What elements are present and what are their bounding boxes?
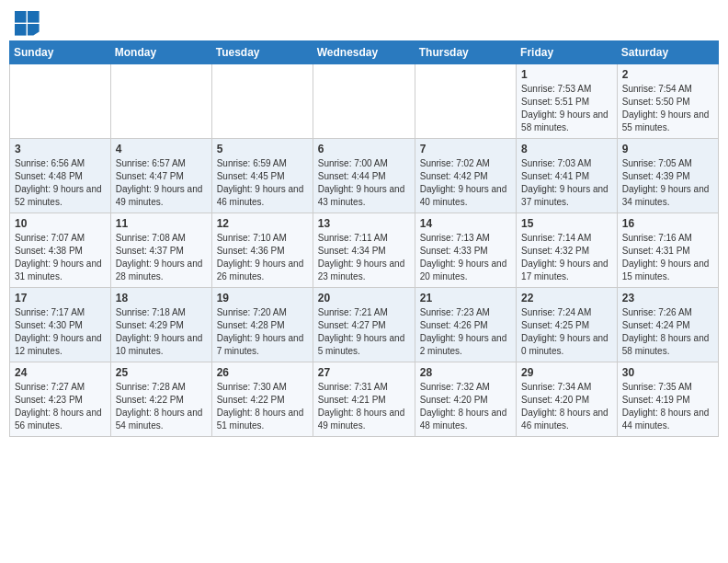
day-cell: 26Sunrise: 7:30 AM Sunset: 4:22 PM Dayli… (211, 362, 313, 437)
day-cell: 22Sunrise: 7:24 AM Sunset: 4:25 PM Dayli… (517, 288, 618, 362)
day-info: Sunrise: 7:26 AM Sunset: 4:24 PM Dayligh… (622, 306, 713, 358)
day-cell: 12Sunrise: 7:10 AM Sunset: 4:36 PM Dayli… (211, 213, 313, 288)
day-header-friday: Friday (517, 41, 618, 64)
day-info: Sunrise: 7:14 AM Sunset: 4:32 PM Dayligh… (521, 232, 612, 283)
day-cell: 19Sunrise: 7:20 AM Sunset: 4:28 PM Dayli… (211, 288, 313, 362)
day-number: 13 (318, 217, 410, 230)
day-number: 21 (420, 292, 511, 304)
day-cell: 2Sunrise: 7:54 AM Sunset: 5:50 PM Daylig… (617, 64, 718, 139)
week-row-3: 10Sunrise: 7:07 AM Sunset: 4:38 PM Dayli… (10, 213, 719, 288)
day-info: Sunrise: 7:23 AM Sunset: 4:26 PM Dayligh… (420, 306, 511, 358)
day-info: Sunrise: 6:57 AM Sunset: 4:47 PM Dayligh… (116, 157, 207, 209)
day-info: Sunrise: 7:32 AM Sunset: 4:20 PM Dayligh… (420, 381, 511, 432)
day-info: Sunrise: 7:10 AM Sunset: 4:36 PM Dayligh… (217, 232, 308, 283)
day-number: 16 (622, 217, 713, 230)
day-cell: 16Sunrise: 7:16 AM Sunset: 4:31 PM Dayli… (617, 213, 718, 288)
day-header-wednesday: Wednesday (313, 41, 415, 64)
day-number: 2 (622, 68, 713, 81)
day-info: Sunrise: 7:05 AM Sunset: 4:39 PM Dayligh… (622, 157, 713, 209)
day-number: 10 (15, 217, 106, 230)
week-row-5: 24Sunrise: 7:27 AM Sunset: 4:23 PM Dayli… (10, 362, 719, 437)
day-number: 6 (318, 143, 410, 155)
svg-rect-0 (15, 11, 27, 23)
day-info: Sunrise: 7:30 AM Sunset: 4:22 PM Dayligh… (217, 381, 308, 432)
day-number: 28 (420, 366, 511, 379)
day-info: Sunrise: 6:59 AM Sunset: 4:45 PM Dayligh… (217, 157, 308, 209)
day-cell: 9Sunrise: 7:05 AM Sunset: 4:39 PM Daylig… (617, 139, 718, 213)
day-info: Sunrise: 7:00 AM Sunset: 4:44 PM Dayligh… (318, 157, 410, 209)
day-cell: 11Sunrise: 7:08 AM Sunset: 4:37 PM Dayli… (110, 213, 211, 288)
day-number: 15 (521, 217, 612, 230)
day-number: 22 (521, 292, 612, 304)
day-info: Sunrise: 7:24 AM Sunset: 4:25 PM Dayligh… (521, 306, 612, 358)
day-cell: 29Sunrise: 7:34 AM Sunset: 4:20 PM Dayli… (517, 362, 618, 437)
day-number: 12 (217, 217, 308, 230)
day-number: 20 (318, 292, 410, 304)
header-row: SundayMondayTuesdayWednesdayThursdayFrid… (10, 41, 719, 64)
day-cell: 5Sunrise: 6:59 AM Sunset: 4:45 PM Daylig… (211, 139, 313, 213)
day-number: 9 (622, 143, 713, 155)
day-cell: 6Sunrise: 7:00 AM Sunset: 4:44 PM Daylig… (313, 139, 415, 213)
day-cell (110, 64, 211, 139)
day-cell: 3Sunrise: 6:56 AM Sunset: 4:48 PM Daylig… (10, 139, 111, 213)
day-header-monday: Monday (110, 41, 211, 64)
day-number: 23 (622, 292, 713, 304)
day-cell (10, 64, 111, 139)
day-cell: 30Sunrise: 7:35 AM Sunset: 4:19 PM Dayli… (617, 362, 718, 437)
svg-rect-2 (15, 24, 27, 36)
day-info: Sunrise: 7:21 AM Sunset: 4:27 PM Dayligh… (318, 306, 410, 358)
day-info: Sunrise: 7:08 AM Sunset: 4:37 PM Dayligh… (116, 232, 207, 283)
day-cell: 10Sunrise: 7:07 AM Sunset: 4:38 PM Dayli… (10, 213, 111, 288)
day-info: Sunrise: 7:07 AM Sunset: 4:38 PM Dayligh… (15, 232, 106, 283)
day-info: Sunrise: 7:03 AM Sunset: 4:41 PM Dayligh… (521, 157, 612, 209)
day-cell: 28Sunrise: 7:32 AM Sunset: 4:20 PM Dayli… (415, 362, 516, 437)
day-number: 1 (521, 68, 612, 81)
day-number: 18 (116, 292, 207, 304)
day-number: 26 (217, 366, 308, 379)
day-info: Sunrise: 7:53 AM Sunset: 5:51 PM Dayligh… (521, 83, 612, 134)
calendar-container: SundayMondayTuesdayWednesdayThursdayFrid… (0, 40, 728, 446)
day-cell: 21Sunrise: 7:23 AM Sunset: 4:26 PM Dayli… (415, 288, 516, 362)
day-info: Sunrise: 7:35 AM Sunset: 4:19 PM Dayligh… (622, 381, 713, 432)
day-cell: 25Sunrise: 7:28 AM Sunset: 4:22 PM Dayli… (110, 362, 211, 437)
day-cell: 1Sunrise: 7:53 AM Sunset: 5:51 PM Daylig… (517, 64, 618, 139)
day-cell (415, 64, 516, 139)
week-row-2: 3Sunrise: 6:56 AM Sunset: 4:48 PM Daylig… (10, 139, 719, 213)
day-number: 30 (622, 366, 713, 379)
day-info: Sunrise: 7:02 AM Sunset: 4:42 PM Dayligh… (420, 157, 511, 209)
day-info: Sunrise: 7:16 AM Sunset: 4:31 PM Dayligh… (622, 232, 713, 283)
day-info: Sunrise: 7:27 AM Sunset: 4:23 PM Dayligh… (15, 381, 106, 432)
day-number: 19 (217, 292, 308, 304)
day-header-thursday: Thursday (415, 41, 516, 64)
day-info: Sunrise: 7:31 AM Sunset: 4:21 PM Dayligh… (318, 381, 410, 432)
day-cell: 4Sunrise: 6:57 AM Sunset: 4:47 PM Daylig… (110, 139, 211, 213)
calendar-table: SundayMondayTuesdayWednesdayThursdayFrid… (9, 40, 719, 437)
day-info: Sunrise: 7:28 AM Sunset: 4:22 PM Dayligh… (116, 381, 207, 432)
day-info: Sunrise: 7:54 AM Sunset: 5:50 PM Dayligh… (622, 83, 713, 134)
day-number: 17 (15, 292, 106, 304)
day-cell: 24Sunrise: 7:27 AM Sunset: 4:23 PM Dayli… (10, 362, 111, 437)
day-info: Sunrise: 7:34 AM Sunset: 4:20 PM Dayligh… (521, 381, 612, 432)
week-row-1: 1Sunrise: 7:53 AM Sunset: 5:51 PM Daylig… (10, 64, 719, 139)
day-number: 25 (116, 366, 207, 379)
day-info: Sunrise: 7:20 AM Sunset: 4:28 PM Dayligh… (217, 306, 308, 358)
week-row-4: 17Sunrise: 7:17 AM Sunset: 4:30 PM Dayli… (10, 288, 719, 362)
day-number: 7 (420, 143, 511, 155)
day-number: 14 (420, 217, 511, 230)
day-info: Sunrise: 7:17 AM Sunset: 4:30 PM Dayligh… (15, 306, 106, 358)
day-header-sunday: Sunday (10, 41, 111, 64)
day-cell: 13Sunrise: 7:11 AM Sunset: 4:34 PM Dayli… (313, 213, 415, 288)
day-header-tuesday: Tuesday (211, 41, 313, 64)
day-cell (313, 64, 415, 139)
day-number: 27 (318, 366, 410, 379)
day-number: 11 (116, 217, 207, 230)
logo (15, 11, 44, 37)
day-header-saturday: Saturday (617, 41, 718, 64)
day-number: 4 (116, 143, 207, 155)
page-header (0, 0, 728, 40)
svg-marker-3 (28, 24, 40, 36)
day-info: Sunrise: 6:56 AM Sunset: 4:48 PM Dayligh… (15, 157, 106, 209)
day-info: Sunrise: 7:11 AM Sunset: 4:34 PM Dayligh… (318, 232, 410, 283)
svg-rect-1 (28, 11, 40, 23)
day-number: 5 (217, 143, 308, 155)
